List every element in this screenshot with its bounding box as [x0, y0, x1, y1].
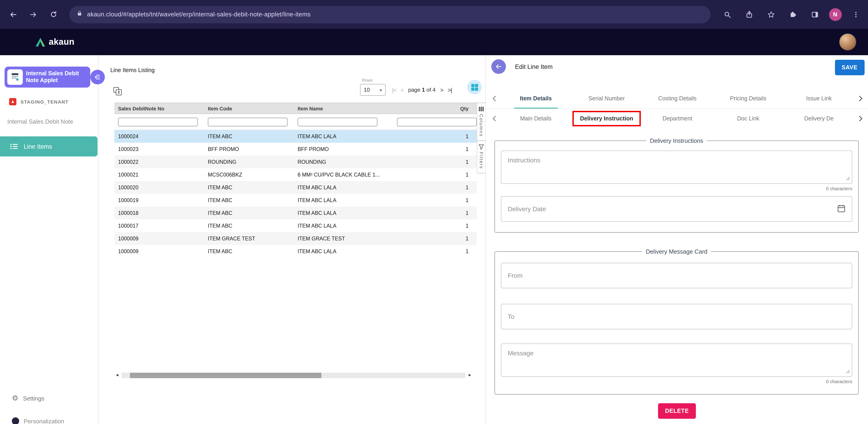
columns-tab[interactable]: Columns — [477, 103, 486, 141]
table-row[interactable]: 1000018 ITEM ABC ITEM ABC LALA 1 — [114, 207, 477, 219]
tab-item-details[interactable]: Item Details — [500, 88, 571, 109]
line-items-listing-panel: Line Items Listing 2 Rows 10 ▾ |< < page… — [98, 55, 486, 424]
sidebar-item-tenant[interactable]: STAGING_TENANT — [9, 98, 69, 105]
filters-tab[interactable]: Filters — [477, 141, 486, 173]
scroll-left-icon[interactable]: ◄ — [114, 371, 121, 379]
cell-qty: 1 — [384, 249, 477, 254]
table-row[interactable]: 1000009 ITEM GRACE TEST ITEM GRACE TEST … — [114, 232, 477, 245]
tab-doc-link[interactable]: Doc Link — [713, 109, 784, 129]
screen: akaun.cloud/#/applets/tnt/wavelet/erp/in… — [0, 0, 868, 424]
rows-per-page-value: 10 — [364, 87, 370, 93]
sidebar-item-applet[interactable]: Internal Sales Debit Note Applet — [5, 66, 90, 88]
first-page-button[interactable]: |< — [392, 86, 396, 93]
delivery-date-input[interactable] — [501, 196, 852, 222]
scrollbar-track[interactable] — [122, 372, 465, 378]
tabs-scroll-right-icon[interactable] — [854, 95, 866, 102]
search-icon[interactable] — [719, 7, 735, 22]
columns-tab-label: Columns — [479, 114, 484, 137]
cell-item-code: BFF PROMO — [204, 146, 294, 152]
table-row[interactable]: 1000024 ITEM ABC ITEM ABC LALA 1 — [114, 130, 477, 143]
filter-input-item-code[interactable] — [208, 117, 287, 126]
cell-sales-debitnote-no: 1000023 — [114, 146, 204, 152]
cell-sales-debitnote-no: 1000009 — [114, 236, 204, 241]
tab-main-details[interactable]: Main Details — [500, 109, 571, 129]
delivery-message-card-section: Delivery Message Card 0 characters — [495, 248, 859, 395]
column-header-item-code[interactable]: Item Code — [204, 106, 294, 111]
subtabs-scroll-left-icon[interactable] — [489, 115, 500, 122]
from-input[interactable] — [501, 263, 852, 288]
tab-delivery-details[interactable]: Delivery De — [783, 109, 854, 129]
tab-pricing-details[interactable]: Pricing Details — [713, 88, 784, 109]
instructions-textarea[interactable] — [501, 150, 852, 184]
sidebar-item-settings[interactable]: ⚙ Settings — [12, 395, 44, 402]
main-layout: Internal Sales Debit Note Applet STAGING… — [0, 55, 868, 424]
scroll-right-icon[interactable]: ► — [466, 371, 473, 379]
tab-serial-number[interactable]: Serial Number — [571, 88, 642, 109]
subtabs-scroll-right-icon[interactable] — [854, 115, 866, 122]
to-input[interactable] — [501, 304, 852, 329]
message-textarea[interactable] — [501, 343, 852, 377]
browser-profile-avatar[interactable]: N — [829, 8, 842, 21]
last-page-button[interactable]: >| — [448, 86, 452, 93]
profile-initial: N — [833, 11, 837, 18]
akaun-logo[interactable]: akaun — [36, 37, 74, 47]
browser-menu-dots-icon[interactable] — [848, 7, 863, 22]
table-row[interactable]: 1000023 BFF PROMO BFF PROMO 1 — [114, 143, 477, 156]
settings-label: Settings — [23, 395, 44, 402]
next-page-button[interactable]: > — [440, 86, 443, 93]
tab-costing-details[interactable]: Costing Details — [642, 88, 713, 109]
filters-tab-label: Filters — [479, 152, 484, 169]
tab-department[interactable]: Department — [642, 109, 713, 129]
scrollbar-thumb[interactable] — [130, 372, 321, 378]
cell-qty: 1 — [384, 236, 477, 241]
table-row[interactable]: 1000019 ITEM ABC ITEM ABC LALA 1 — [114, 194, 477, 207]
side-panel-icon[interactable] — [807, 7, 823, 22]
filter-input-qty[interactable] — [397, 117, 477, 126]
browser-back-icon[interactable] — [5, 7, 21, 22]
table-row[interactable]: 1000020 ITEM ABC ITEM ABC LALA 1 — [114, 181, 477, 194]
address-bar[interactable]: akaun.cloud/#/applets/tnt/wavelet/erp/in… — [69, 6, 710, 23]
cell-item-code: ITEM ABC — [204, 223, 294, 229]
sidebar-item-personalization[interactable]: Personalization — [12, 417, 64, 424]
cell-sales-debitnote-no: 1000021 — [114, 172, 204, 177]
bookmark-star-icon[interactable] — [763, 7, 779, 22]
tabs-scroll-left-icon[interactable] — [489, 95, 500, 102]
cell-sales-debitnote-no: 1000024 — [114, 134, 204, 139]
browser-refresh-icon[interactable] — [45, 7, 61, 22]
collapse-menu-icon[interactable] — [90, 70, 105, 84]
extensions-puzzle-icon[interactable] — [785, 7, 801, 22]
table-row[interactable]: 1000017 ITEM ABC ITEM ABC LALA 1 — [114, 219, 477, 232]
apps-grid-button[interactable] — [467, 80, 482, 94]
back-button[interactable] — [491, 59, 506, 74]
cell-sales-debitnote-no: 1000018 — [114, 210, 204, 216]
cell-item-code: ITEM ABC — [204, 210, 294, 216]
prev-page-button[interactable]: < — [401, 86, 404, 93]
share-icon[interactable] — [741, 7, 757, 22]
cell-item-name: ITEM ABC LALA — [294, 210, 384, 216]
cell-qty: 1 — [384, 172, 477, 177]
column-header-qty[interactable]: Qty — [384, 106, 477, 111]
table-row[interactable]: 1000009 ITEM ABC ITEM ABC LALA 1 — [114, 245, 477, 258]
rows-per-page-select[interactable]: 10 ▾ — [360, 84, 385, 96]
copy-rows-icon[interactable]: 2 — [114, 87, 122, 95]
column-header-item-name[interactable]: Item Name — [294, 106, 384, 111]
filter-input-item-name[interactable] — [298, 117, 377, 126]
sidebar-item-line-items[interactable]: Line Items — [0, 136, 97, 157]
delete-button[interactable]: DELETE — [658, 403, 696, 419]
table-row[interactable]: 1000022 ROUNDING ROUNDING 1 — [114, 156, 477, 168]
columns-icon — [478, 106, 484, 112]
tab-delivery-instruction[interactable]: Delivery Instruction — [571, 109, 642, 129]
column-header-sales-debitnote-no[interactable]: Sales DebitNote No — [114, 106, 204, 111]
cell-item-code: ITEM ABC — [204, 249, 294, 254]
tab-issue-link[interactable]: Issue Link — [783, 88, 854, 109]
table-row[interactable]: 1000021 MCSC006BKZ 6 MM² CU/PVC BLACK CA… — [114, 168, 477, 181]
annotation-highlight-box: Delivery Instruction — [572, 111, 641, 126]
calendar-icon[interactable] — [836, 203, 846, 214]
browser-forward-icon[interactable] — [26, 7, 41, 22]
user-avatar[interactable] — [839, 33, 856, 51]
listing-title: Line Items Listing — [110, 67, 155, 74]
filter-input-sales-debitnote-no[interactable] — [118, 117, 198, 126]
cell-sales-debitnote-no: 1000022 — [114, 159, 204, 165]
cell-item-code: ITEM GRACE TEST — [204, 236, 294, 241]
save-button[interactable]: SAVE — [835, 60, 864, 75]
